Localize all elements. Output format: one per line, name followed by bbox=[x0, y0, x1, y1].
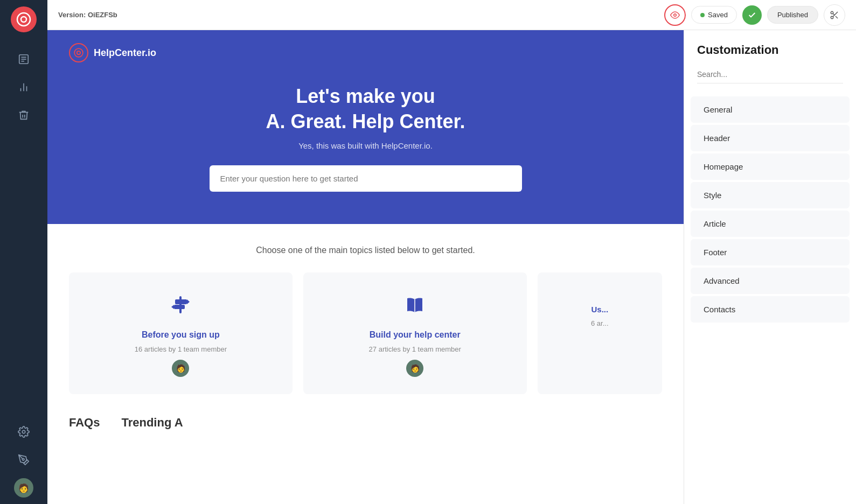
published-button[interactable]: Published bbox=[767, 6, 818, 24]
hc-hero: Let's make you A. Great. Help Center. Ye… bbox=[47, 62, 684, 224]
published-check-icon bbox=[742, 5, 762, 25]
svg-line-15 bbox=[836, 16, 838, 18]
svg-marker-23 bbox=[171, 305, 174, 309]
menu-item-article[interactable]: Article bbox=[691, 211, 850, 237]
faqs-title: FAQs bbox=[69, 416, 100, 430]
hc-card-3-title: Us... bbox=[591, 305, 608, 314]
topbar-actions: Saved Published bbox=[664, 4, 845, 26]
svg-line-16 bbox=[833, 13, 834, 15]
hc-header: HelpCenter.io Let's make you A. Great. H… bbox=[47, 30, 684, 224]
menu-item-general[interactable]: General bbox=[691, 96, 850, 123]
svg-point-9 bbox=[22, 430, 25, 433]
menu-item-footer[interactable]: Footer bbox=[691, 239, 850, 265]
saved-dot bbox=[700, 13, 705, 17]
svg-point-11 bbox=[674, 13, 677, 16]
book-icon bbox=[404, 294, 426, 320]
hc-hero-title: Let's make you A. Great. Help Center. bbox=[69, 84, 662, 135]
hc-card-3-meta: 6 ar... bbox=[591, 319, 609, 327]
hc-search-box bbox=[210, 165, 522, 192]
sidebar-logo[interactable] bbox=[11, 6, 37, 32]
customization-panel: Customization General Header Homepage St… bbox=[684, 30, 856, 504]
hc-card-1-meta: 16 articles by 1 team member bbox=[135, 345, 227, 353]
version-label: Version: bbox=[58, 11, 86, 19]
preview-area: HelpCenter.io Let's make you A. Great. H… bbox=[47, 30, 684, 504]
customization-header: Customization bbox=[684, 30, 856, 90]
sidebar-item-settings[interactable] bbox=[12, 420, 36, 444]
main-wrapper: Version: OiEZFSb Saved Published bbox=[47, 0, 856, 504]
saved-label: Saved bbox=[708, 11, 728, 19]
hc-header-top: HelpCenter.io bbox=[47, 30, 684, 62]
sidebar-item-analytics[interactable] bbox=[12, 75, 36, 99]
hc-card-3[interactable]: Us... 6 ar... bbox=[538, 272, 662, 394]
hc-main: Choose one of the main topics listed bel… bbox=[47, 224, 684, 451]
svg-rect-22 bbox=[174, 305, 185, 309]
hc-card-2-title: Build your help center bbox=[370, 330, 461, 340]
hc-search-input[interactable] bbox=[210, 165, 522, 192]
hc-cards: Before you sign up 16 articles by 1 team… bbox=[69, 272, 662, 394]
sidebar-item-articles[interactable] bbox=[12, 47, 36, 71]
sidebar-item-design[interactable] bbox=[12, 448, 36, 472]
hc-logo: HelpCenter.io bbox=[69, 43, 156, 62]
sidebar: 🧑 bbox=[0, 0, 47, 504]
customization-menu: General Header Homepage Style Article Fo… bbox=[684, 90, 856, 329]
svg-point-0 bbox=[17, 13, 30, 26]
menu-item-homepage[interactable]: Homepage bbox=[691, 153, 850, 180]
preview-button[interactable] bbox=[664, 4, 686, 26]
topbar: Version: OiEZFSb Saved Published bbox=[47, 0, 856, 30]
svg-point-1 bbox=[21, 17, 26, 22]
menu-item-advanced[interactable]: Advanced bbox=[691, 268, 850, 294]
svg-point-12 bbox=[831, 11, 833, 14]
content-row: HelpCenter.io Let's make you A. Great. H… bbox=[47, 30, 856, 504]
svg-rect-20 bbox=[175, 299, 187, 304]
hc-logo-text: HelpCenter.io bbox=[94, 47, 156, 59]
trending-section: Trending A bbox=[121, 416, 183, 430]
svg-point-18 bbox=[77, 51, 80, 54]
faqs-section: FAQs bbox=[69, 416, 100, 430]
hc-bottom: FAQs Trending A bbox=[69, 416, 662, 430]
hc-card-2-avatar: 🧑 bbox=[406, 360, 423, 377]
version-value: OiEZFSb bbox=[88, 11, 117, 19]
svg-point-10 bbox=[22, 458, 24, 460]
scissors-button[interactable] bbox=[824, 4, 845, 26]
svg-marker-21 bbox=[187, 299, 190, 304]
user-avatar[interactable]: 🧑 bbox=[14, 478, 33, 498]
trending-title: Trending A bbox=[121, 416, 183, 430]
hc-card-1-avatar: 🧑 bbox=[172, 360, 189, 377]
hc-hero-subtitle: Yes, this was built with HelpCenter.io. bbox=[69, 141, 662, 150]
hc-card-1-title: Before you sign up bbox=[142, 330, 220, 340]
version-info: Version: OiEZFSb bbox=[58, 11, 664, 19]
sidebar-item-trash[interactable] bbox=[12, 103, 36, 127]
customization-title: Customization bbox=[697, 43, 843, 57]
signpost-icon bbox=[170, 294, 191, 320]
hc-choose-text: Choose one of the main topics listed bel… bbox=[69, 246, 662, 255]
hc-logo-icon bbox=[69, 43, 88, 62]
menu-item-header[interactable]: Header bbox=[691, 125, 850, 151]
saved-button[interactable]: Saved bbox=[691, 6, 737, 24]
svg-point-17 bbox=[74, 48, 83, 57]
menu-item-style[interactable]: Style bbox=[691, 182, 850, 208]
hc-card-1[interactable]: Before you sign up 16 articles by 1 team… bbox=[69, 272, 293, 394]
hc-card-2-meta: 27 articles by 1 team member bbox=[369, 345, 461, 353]
customization-search[interactable] bbox=[697, 66, 843, 83]
hc-card-2[interactable]: Build your help center 27 articles by 1 … bbox=[303, 272, 527, 394]
svg-point-13 bbox=[831, 16, 833, 19]
menu-item-contacts[interactable]: Contacts bbox=[691, 296, 850, 323]
